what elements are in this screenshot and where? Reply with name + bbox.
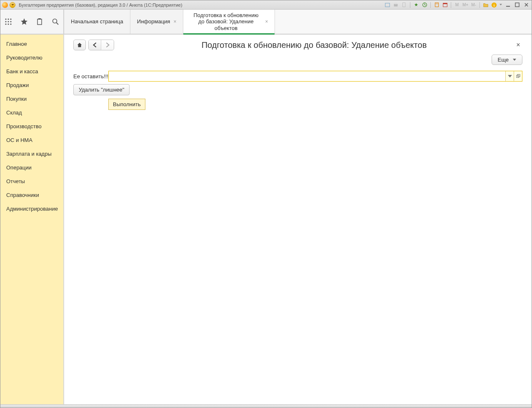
divider bbox=[451, 2, 451, 8]
keep-field-label: Ее оставить!!! bbox=[73, 73, 108, 80]
svg-point-18 bbox=[10, 21, 11, 22]
maximize-button[interactable] bbox=[513, 2, 521, 8]
svg-rect-6 bbox=[435, 3, 438, 4]
favorite-star-icon[interactable]: ★ bbox=[413, 2, 420, 8]
info-dropdown-icon[interactable] bbox=[499, 2, 502, 8]
field-open-button[interactable] bbox=[514, 71, 522, 81]
sidebar-item-label: Руководителю bbox=[6, 55, 42, 61]
svg-point-13 bbox=[5, 18, 6, 20]
tab-label: Начальная страница bbox=[71, 18, 123, 25]
sidebar-item-bank[interactable]: Банк и касса bbox=[0, 65, 63, 78]
svg-rect-8 bbox=[443, 3, 447, 4]
content-area: Подготовка к обновлению до базовой: Удал… bbox=[64, 35, 532, 404]
content-header: Подготовка к обновлению до базовой: Удал… bbox=[73, 40, 522, 50]
sidebar-item-label: ОС и НМА bbox=[6, 137, 32, 143]
actions-row: Еще bbox=[73, 55, 522, 65]
content-close-icon[interactable]: × bbox=[514, 41, 522, 49]
svg-rect-23 bbox=[38, 18, 41, 20]
execute-button[interactable]: Выполнить bbox=[108, 99, 145, 110]
toolbox bbox=[0, 10, 64, 34]
info-icon[interactable]: i bbox=[491, 2, 497, 8]
history-icon[interactable] bbox=[421, 2, 428, 8]
tab-information[interactable]: Информация × bbox=[130, 10, 184, 34]
keep-field-row: Ее оставить!!! bbox=[73, 71, 522, 82]
sidebar-item-operations[interactable]: Операции bbox=[0, 161, 63, 174]
divider bbox=[410, 2, 410, 8]
sidebar-item-label: Отчеты bbox=[6, 178, 25, 184]
nav-back-button[interactable] bbox=[89, 40, 101, 50]
nav-forward-button[interactable] bbox=[101, 40, 114, 50]
svg-rect-2 bbox=[395, 2, 397, 4]
sidebar-item-label: Продажи bbox=[6, 82, 29, 88]
sidebar-item-label: Зарплата и кадры bbox=[6, 151, 52, 157]
app-menu-dropdown[interactable] bbox=[10, 2, 15, 8]
memory-m[interactable]: M bbox=[454, 2, 460, 8]
tab-prepare-update[interactable]: Подготовка к обновлению до базовой: Удал… bbox=[183, 10, 275, 34]
sidebar-item-label: Администрирование bbox=[6, 206, 58, 212]
bottom-border bbox=[0, 404, 532, 408]
keep-field-input[interactable] bbox=[110, 72, 505, 81]
svg-rect-1 bbox=[394, 4, 398, 6]
sidebar-item-assets[interactable]: ОС и НМА bbox=[0, 133, 63, 147]
sidebar-item-sales[interactable]: Продажи bbox=[0, 78, 63, 92]
sidebar-item-production[interactable]: Производство bbox=[0, 119, 63, 133]
search-icon[interactable] bbox=[50, 16, 61, 27]
print-preview-icon[interactable] bbox=[384, 2, 391, 8]
svg-text:i: i bbox=[494, 3, 495, 7]
svg-point-19 bbox=[5, 23, 6, 25]
svg-point-14 bbox=[7, 18, 9, 20]
tab-label: Подготовка к обновлению до базовой: Удал… bbox=[190, 12, 262, 32]
sidebar-item-salary[interactable]: Зарплата и кадры bbox=[0, 147, 63, 161]
home-button[interactable] bbox=[73, 40, 86, 50]
sidebar-item-label: Справочники bbox=[6, 192, 39, 198]
page-title: Подготовка к обновлению до базовой: Удал… bbox=[114, 40, 514, 50]
svg-point-20 bbox=[7, 23, 9, 25]
memory-m-plus[interactable]: M+ bbox=[462, 2, 469, 8]
sidebar-item-purchases[interactable]: Покупки bbox=[0, 92, 63, 106]
top-row: Начальная страница Информация × Подготов… bbox=[0, 10, 532, 35]
system-icons: ★ M M+ M- i bbox=[384, 2, 530, 8]
tab-label: Информация bbox=[137, 18, 170, 25]
nav-back-forward bbox=[88, 40, 114, 50]
chevron-down-icon bbox=[513, 59, 516, 61]
calendar-icon[interactable] bbox=[442, 2, 448, 8]
svg-point-17 bbox=[7, 21, 9, 22]
svg-rect-11 bbox=[506, 6, 510, 7]
sidebar-item-label: Операции bbox=[6, 164, 32, 171]
star-icon[interactable] bbox=[19, 16, 30, 27]
sidebar-item-administration[interactable]: Администрирование bbox=[0, 202, 63, 216]
sidebar: Главное Руководителю Банк и касса Продаж… bbox=[0, 35, 64, 404]
tab-close-icon[interactable]: × bbox=[173, 19, 176, 25]
sidebar-item-reports[interactable]: Отчеты bbox=[0, 174, 63, 188]
print-icon[interactable] bbox=[392, 2, 399, 8]
body: Главное Руководителю Банк и касса Продаж… bbox=[0, 35, 532, 404]
document-icon[interactable] bbox=[401, 2, 407, 8]
keep-field-wrapper bbox=[108, 71, 522, 82]
svg-rect-22 bbox=[37, 19, 42, 25]
execute-button-row: Выполнить bbox=[108, 99, 522, 110]
apps-grid-icon[interactable] bbox=[3, 16, 14, 27]
divider bbox=[430, 2, 431, 8]
field-dropdown-button[interactable] bbox=[505, 71, 514, 81]
sidebar-item-references[interactable]: Справочники bbox=[0, 188, 63, 202]
close-button[interactable] bbox=[522, 2, 530, 8]
window-title: Бухгалтерия предприятия (базовая), редак… bbox=[19, 2, 384, 7]
tabs-container: Начальная страница Информация × Подготов… bbox=[64, 10, 532, 34]
more-button[interactable]: Еще bbox=[492, 55, 522, 65]
minimize-button[interactable] bbox=[504, 2, 512, 8]
delete-extra-button[interactable]: Удалить "лишнее" bbox=[73, 84, 130, 95]
svg-point-16 bbox=[5, 21, 6, 22]
calculator-icon[interactable] bbox=[433, 2, 440, 8]
sidebar-item-label: Главное bbox=[6, 41, 27, 47]
svg-point-21 bbox=[10, 23, 11, 25]
more-button-label: Еще bbox=[498, 57, 509, 63]
tab-close-icon[interactable]: × bbox=[265, 19, 268, 25]
memory-m-minus[interactable]: M- bbox=[470, 2, 477, 8]
svg-point-24 bbox=[53, 19, 57, 23]
sidebar-item-warehouse[interactable]: Склад bbox=[0, 106, 63, 119]
tab-start-page[interactable]: Начальная страница bbox=[64, 10, 130, 34]
sidebar-item-main[interactable]: Главное bbox=[0, 37, 63, 51]
folder-icon[interactable] bbox=[482, 2, 489, 8]
clipboard-icon[interactable] bbox=[34, 16, 45, 27]
sidebar-item-manager[interactable]: Руководителю bbox=[0, 51, 63, 65]
